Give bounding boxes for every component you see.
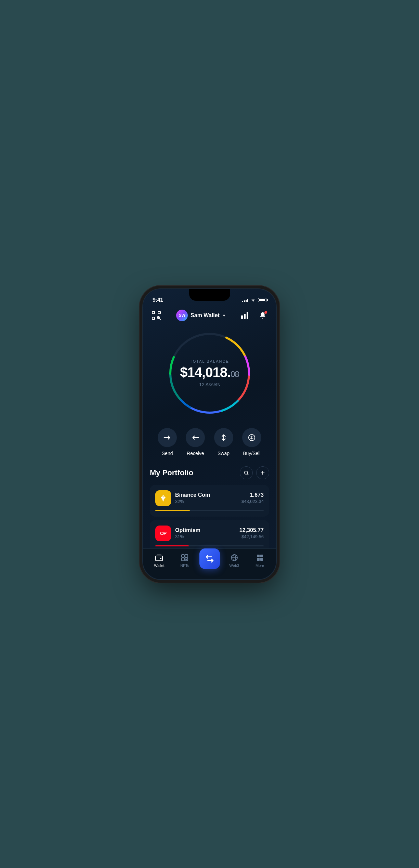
nav-item-more[interactable]: More — [247, 553, 273, 568]
notifications-button[interactable] — [256, 309, 269, 322]
wallet-nav-icon — [155, 553, 163, 562]
more-nav-icon — [256, 553, 264, 562]
svg-rect-35 — [260, 555, 263, 557]
bnb-values: 1.673 $43,023.34 — [241, 492, 264, 504]
portfolio-header: My Portfolio — [150, 466, 269, 479]
bottom-navigation: Wallet NFTs — [143, 548, 276, 579]
svg-rect-37 — [260, 558, 263, 561]
svg-rect-29 — [182, 558, 184, 561]
nfts-nav-label: NFTs — [180, 563, 189, 568]
bnb-bar-container — [155, 510, 264, 511]
receive-button[interactable]: Receive — [186, 428, 205, 456]
svg-rect-8 — [247, 312, 248, 319]
balance-label: TOTAL BALANCE — [180, 359, 239, 363]
op-usd: $42,149.56 — [239, 534, 264, 539]
portfolio-actions — [240, 466, 269, 479]
balance-circle: TOTAL BALANCE $14,018.08 12 Assets — [165, 329, 254, 418]
status-time: 9:41 — [153, 297, 163, 303]
bnb-info: Binance Coin 32% — [175, 492, 237, 504]
app-header: SW Sam Wallet ▾ — [143, 306, 276, 325]
assets-count: 12 Assets — [180, 382, 239, 387]
balance-section: TOTAL BALANCE $14,018.08 12 Assets — [143, 325, 276, 425]
svg-marker-20 — [162, 494, 165, 497]
portfolio-add-button[interactable] — [256, 466, 269, 479]
svg-rect-1 — [152, 311, 155, 314]
bnb-pct: 32% — [175, 499, 237, 504]
bnb-name: Binance Coin — [175, 492, 237, 498]
web3-nav-icon — [230, 553, 239, 562]
asset-card-op[interactable]: OP Optimism 31% 12,305.77 $42,149.56 — [150, 520, 269, 552]
op-pct: 31% — [175, 534, 235, 539]
nav-item-nfts[interactable]: NFTs — [172, 553, 198, 568]
portfolio-title: My Portfolio — [150, 468, 193, 477]
scan-button[interactable] — [150, 309, 163, 322]
op-bar-container — [155, 545, 264, 546]
status-icons — [242, 298, 266, 302]
svg-rect-3 — [152, 317, 155, 320]
svg-point-0 — [253, 301, 253, 302]
header-right-actions — [238, 309, 269, 322]
svg-rect-26 — [160, 558, 161, 559]
svg-rect-28 — [185, 555, 188, 557]
profile-selector[interactable]: SW Sam Wallet ▾ — [176, 310, 225, 321]
signal-bars-icon — [242, 298, 248, 302]
svg-rect-2 — [158, 311, 160, 314]
svg-rect-6 — [241, 315, 243, 319]
svg-rect-36 — [257, 558, 260, 561]
wifi-icon — [250, 298, 256, 302]
chart-button[interactable] — [238, 309, 251, 322]
nav-item-web3[interactable]: Web3 — [222, 553, 247, 568]
wallet-nav-label: Wallet — [154, 563, 164, 568]
buysell-button[interactable]: Buy/Sell — [242, 428, 261, 456]
avatar: SW — [176, 310, 188, 321]
op-values: 12,305.77 $42,149.56 — [239, 527, 264, 539]
portfolio-section: My Portfolio — [143, 463, 276, 552]
bnb-usd: $43,023.34 — [241, 499, 264, 504]
bnb-bar-fill — [155, 510, 190, 511]
op-name: Optimism — [175, 527, 235, 533]
svg-rect-34 — [257, 555, 260, 557]
op-icon: OP — [155, 526, 171, 541]
chevron-down-icon: ▾ — [223, 313, 225, 318]
nav-item-wallet[interactable]: Wallet — [146, 553, 172, 568]
portfolio-search-button[interactable] — [240, 466, 253, 479]
asset-card-bnb[interactable]: Binance Coin 32% 1.673 $43,023.34 — [150, 485, 269, 517]
profile-name: Sam Wallet — [191, 312, 220, 319]
center-swap-button[interactable] — [199, 548, 220, 569]
notification-badge — [264, 311, 267, 314]
op-amount: 12,305.77 — [239, 527, 264, 533]
bnb-icon — [155, 490, 171, 506]
send-button[interactable]: Send — [158, 428, 177, 456]
balance-amount: $14,018.08 — [180, 365, 239, 379]
web3-nav-label: Web3 — [230, 563, 239, 568]
svg-rect-27 — [182, 555, 184, 557]
bnb-amount: 1.673 — [241, 492, 264, 498]
nfts-nav-icon — [180, 553, 189, 562]
svg-rect-7 — [244, 314, 246, 319]
battery-icon — [258, 298, 266, 302]
nav-item-center[interactable] — [198, 548, 222, 572]
more-nav-label: More — [256, 563, 264, 568]
action-buttons: Send Receive Swap — [143, 425, 276, 463]
op-bar-fill — [155, 545, 189, 546]
balance-info: TOTAL BALANCE $14,018.08 12 Assets — [180, 359, 239, 387]
swap-button[interactable]: Swap — [214, 428, 233, 456]
op-info: Optimism 31% — [175, 527, 235, 539]
